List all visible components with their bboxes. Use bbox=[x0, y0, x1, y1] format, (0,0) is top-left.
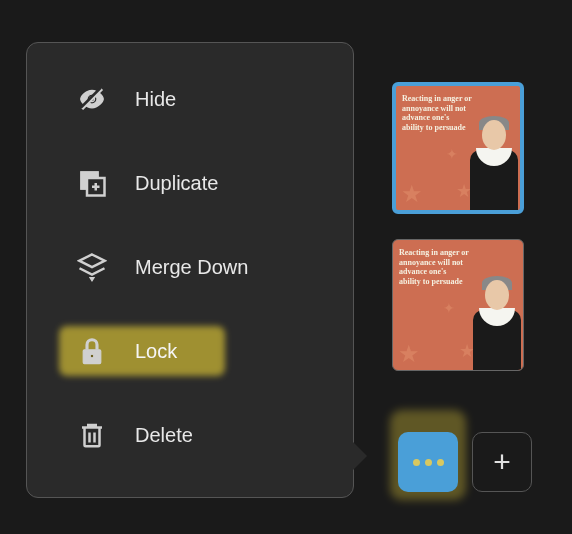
layer-thumbnail[interactable]: ★ ★ ✦ Reacting in anger or annoyance wil… bbox=[392, 239, 524, 371]
menu-item-hide[interactable]: Hide bbox=[27, 57, 353, 141]
duplicate-icon bbox=[75, 166, 109, 200]
menu-label: Delete bbox=[135, 424, 193, 447]
plus-icon: + bbox=[493, 447, 511, 477]
menu-item-delete[interactable]: Delete bbox=[27, 393, 353, 477]
lock-icon bbox=[75, 334, 109, 368]
menu-label: Lock bbox=[135, 340, 177, 363]
menu-item-duplicate[interactable]: Duplicate bbox=[27, 141, 353, 225]
hide-icon bbox=[75, 82, 109, 116]
menu-label: Merge Down bbox=[135, 256, 248, 279]
layer-context-menu: Hide Duplicate Merge Down Lock Delete bbox=[26, 42, 354, 498]
trash-icon bbox=[75, 418, 109, 452]
thumb-artwork: ★ ★ ✦ Reacting in anger or annoyance wil… bbox=[396, 86, 520, 210]
menu-label: Hide bbox=[135, 88, 176, 111]
bottom-toolbar: + bbox=[398, 432, 532, 492]
layers-panel: ★ ★ ✦ Reacting in anger or annoyance wil… bbox=[392, 82, 532, 396]
add-layer-button[interactable]: + bbox=[472, 432, 532, 492]
more-icon bbox=[413, 459, 444, 466]
layer-thumbnail-selected[interactable]: ★ ★ ✦ Reacting in anger or annoyance wil… bbox=[392, 82, 524, 214]
thumb-artwork: ★ ★ ✦ Reacting in anger or annoyance wil… bbox=[393, 240, 523, 370]
merge-down-icon bbox=[75, 250, 109, 284]
menu-item-merge-down[interactable]: Merge Down bbox=[27, 225, 353, 309]
menu-item-lock[interactable]: Lock bbox=[27, 309, 353, 393]
more-options-button[interactable] bbox=[398, 432, 458, 492]
menu-pointer bbox=[353, 442, 367, 470]
svg-point-8 bbox=[90, 354, 94, 358]
menu-label: Duplicate bbox=[135, 172, 218, 195]
